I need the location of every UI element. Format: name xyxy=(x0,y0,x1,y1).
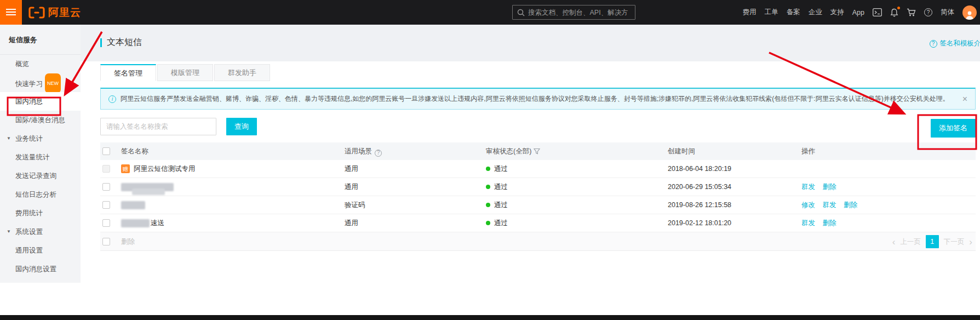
filter-funnel-icon[interactable] xyxy=(534,148,540,155)
language-switch[interactable]: 简体 xyxy=(941,8,954,17)
delete-link[interactable]: 删除 xyxy=(822,219,836,227)
status-cell: 通过 xyxy=(486,196,508,214)
next-page-chevron-icon[interactable]: › xyxy=(969,237,972,247)
delete-link[interactable]: 删除 xyxy=(822,183,836,191)
caret-down-icon: ▼ xyxy=(7,129,11,148)
table-row: 赠 阿里云短信测试专用 通用 通过 2018-06-04 18:20:19 xyxy=(100,160,976,178)
sidebar-item-send-volume-stats[interactable]: 发送量统计 xyxy=(0,148,81,167)
created-cell: 2020-06-29 15:05:34 xyxy=(668,178,731,196)
scene-cell: 通用 xyxy=(345,178,358,196)
gift-tag-icon: 赠 xyxy=(121,164,130,173)
nav-enterprise[interactable]: 企业 xyxy=(809,8,822,17)
bulk-send-link[interactable]: 群发 xyxy=(801,183,815,191)
sidebar-item-domestic-message-settings[interactable]: 国内消息设置 xyxy=(0,260,81,278)
logo-text: 阿里云 xyxy=(48,5,81,20)
scene-help-icon[interactable]: ? xyxy=(375,150,382,157)
batch-delete-button[interactable]: 删除 xyxy=(121,232,135,251)
created-cell: 2018-06-04 18:20:19 xyxy=(668,160,731,178)
nav-tickets[interactable]: 工单 xyxy=(765,8,778,17)
signature-search-input[interactable] xyxy=(100,118,216,135)
delete-link[interactable]: 删除 xyxy=(844,201,857,209)
status-dot xyxy=(486,221,490,225)
topbar-nav: 费用 工单 备案 企业 支持 App ? 简体 xyxy=(743,0,977,25)
tab-bar: 签名管理 模版管理 群发助手 xyxy=(100,64,271,81)
help-icon[interactable]: ? xyxy=(924,8,932,16)
banner-close-icon[interactable]: × xyxy=(962,94,967,104)
info-icon: i xyxy=(108,95,116,103)
notifications-bell-icon[interactable] xyxy=(890,8,898,17)
topbar: 阿里云 费用 工单 备案 企业 支持 App xyxy=(0,0,980,25)
scene-cell: 验证码 xyxy=(345,196,365,214)
prev-page-chevron-icon[interactable]: ‹ xyxy=(892,237,896,247)
sidebar-item-quick-learning[interactable]: 快速学习NEW xyxy=(0,73,81,92)
status-dot xyxy=(486,167,490,171)
tab-template-management[interactable]: 模版管理 xyxy=(157,64,213,81)
global-search-input[interactable] xyxy=(528,9,631,16)
tab-bulk-send-assistant[interactable]: 群发助手 xyxy=(214,64,270,81)
main-content: 文本短信 ? 签名和模板介绍 签名管理 模版管理 群发助手 i 阿里云短信服务严… xyxy=(81,25,980,320)
status-cell: 通过 xyxy=(486,214,508,232)
bulk-send-link[interactable]: 群发 xyxy=(822,201,836,209)
select-all-checkbox[interactable] xyxy=(102,147,110,155)
cloudshell-icon[interactable] xyxy=(873,8,882,16)
row-checkbox[interactable] xyxy=(102,219,110,227)
nav-support[interactable]: 支持 xyxy=(830,8,844,17)
header-audit-status: 审核状态(全部) xyxy=(486,142,540,160)
sidebar-item-cost-stats[interactable]: 费用统计 xyxy=(0,204,81,222)
operations-cell: 群发 删除 xyxy=(801,178,841,196)
header-created-time: 创建时间 xyxy=(668,142,695,160)
table-row: 通用 通过 2020-06-29 15:05:34 群发 删除 xyxy=(100,178,976,196)
aliyun-bracket-icon xyxy=(28,7,45,19)
modify-link[interactable]: 修改 xyxy=(801,201,815,209)
sidebar: 短信服务 概览 快速学习NEW 国内消息 国际/港澳台消息 ▼业务统计 发送量统… xyxy=(0,25,81,283)
screenshot-bottom-edge xyxy=(0,315,980,320)
sidebar-product-title: 短信服务 xyxy=(0,25,81,55)
created-cell: 2019-08-26 12:15:58 xyxy=(668,196,731,214)
hamburger-menu-button[interactable] xyxy=(0,0,22,25)
scene-cell: 通用 xyxy=(345,160,358,178)
table-footer: 删除 ‹ 上一页 1 下一页 › xyxy=(100,232,976,251)
header-signature-name: 签名名称 xyxy=(121,142,148,160)
status-dot xyxy=(486,185,490,189)
signature-template-intro-link[interactable]: ? 签名和模板介绍 xyxy=(930,39,980,48)
query-button[interactable]: 查询 xyxy=(226,118,257,135)
aliyun-logo[interactable]: 阿里云 xyxy=(28,0,81,25)
current-page-button[interactable]: 1 xyxy=(926,235,939,248)
row-checkbox[interactable] xyxy=(102,183,110,191)
search-icon xyxy=(517,9,525,16)
user-avatar[interactable] xyxy=(962,5,977,20)
sidebar-item-send-record-query[interactable]: 发送记录查询 xyxy=(0,167,81,185)
add-signature-button[interactable]: 添加签名 xyxy=(931,119,976,138)
nav-icp[interactable]: 备案 xyxy=(787,8,800,17)
sidebar-item-general-settings[interactable]: 通用设置 xyxy=(0,241,81,260)
signature-table: 签名名称 适用场景? 审核状态(全部) 创建时间 操作 赠 阿里云短信测试专用 … xyxy=(100,142,976,251)
sidebar-item-overview[interactable]: 概览 xyxy=(0,55,81,73)
row-checkbox[interactable] xyxy=(102,201,110,209)
new-badge: NEW xyxy=(45,73,61,93)
operations-cell: 群发 删除 xyxy=(801,214,841,232)
redacted-name-block xyxy=(132,188,165,195)
banner-text: 阿里云短信服务严禁发送金融营销、赌博、诈骗、淫秽、色情、暴力等违规信息,如您的阿… xyxy=(121,94,958,104)
aliyun-sms-console: 阿里云 费用 工单 备案 企业 支持 App xyxy=(0,0,980,320)
redacted-name-block xyxy=(121,201,145,209)
pagination: ‹ 上一页 1 下一页 › xyxy=(892,232,972,251)
sidebar-group-system-settings[interactable]: ▼系统设置 xyxy=(0,222,81,241)
title-accent-bar xyxy=(100,38,102,47)
sidebar-item-domestic-messages[interactable]: 国内消息 xyxy=(0,92,81,111)
cart-icon[interactable] xyxy=(907,8,916,17)
tab-signature-management[interactable]: 签名管理 xyxy=(100,64,156,81)
next-page-button[interactable]: 下一页 xyxy=(944,232,965,251)
compliance-notice-banner: i 阿里云短信服务严禁发送金融营销、赌博、诈骗、淫秽、色情、暴力等违规信息,如您… xyxy=(100,88,976,110)
sidebar-group-business-stats[interactable]: ▼业务统计 xyxy=(0,129,81,148)
bulk-send-link[interactable]: 群发 xyxy=(801,219,815,227)
status-cell: 通过 xyxy=(486,160,508,178)
nav-billing[interactable]: 费用 xyxy=(743,8,757,17)
footer-select-checkbox[interactable] xyxy=(102,238,110,245)
sidebar-item-sms-log-analysis[interactable]: 短信日志分析 xyxy=(0,185,81,204)
sidebar-item-intl-messages[interactable]: 国际/港澳台消息 xyxy=(0,111,81,129)
nav-app[interactable]: App xyxy=(852,9,864,16)
prev-page-button[interactable]: 上一页 xyxy=(900,232,921,251)
redacted-name-block xyxy=(121,219,150,227)
question-circle-icon: ? xyxy=(930,40,937,48)
global-search-box[interactable] xyxy=(512,5,635,20)
